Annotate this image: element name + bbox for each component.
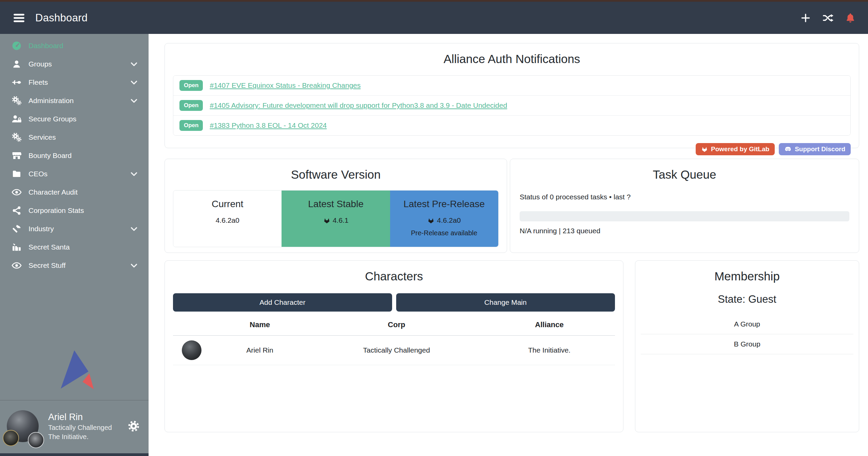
version-latest-prerelease: Latest Pre-Release 4.6.2a0 Pre-Release a… <box>390 191 498 247</box>
notification-bell-icon[interactable] <box>845 13 856 23</box>
sidebar-bottom-strip <box>0 453 149 456</box>
chevron-down-icon <box>130 224 138 233</box>
folder-icon <box>10 169 23 179</box>
sidebar-item-label: Character Audit <box>28 188 78 196</box>
notification-link[interactable]: #1405 Advisory: Future development will … <box>210 101 507 110</box>
eye-icon <box>10 187 23 197</box>
column-header-name: Name <box>210 314 309 335</box>
characters-panel: Characters Add Character Change Main Nam… <box>165 260 623 432</box>
version-current-value: 4.6.2a0 <box>216 216 239 224</box>
sidebar-item-fleets[interactable]: Fleets <box>0 73 149 92</box>
characters-table: Name Corp Alliance Ariel Rin Tactically … <box>173 314 615 365</box>
user-lock-icon <box>10 114 23 124</box>
top-navbar: Dashboard <box>0 2 868 34</box>
software-version-title: Software Version <box>165 168 507 181</box>
sidebar-item-label: Secret Santa <box>28 243 70 251</box>
character-portrait <box>182 340 201 360</box>
chevron-down-icon <box>130 78 138 87</box>
notifications-panel: Alliance Auth Notifications Open #1407 E… <box>165 43 859 148</box>
powered-by-gitlab-badge[interactable]: Powered by GitLab <box>696 143 775 155</box>
notifications-list: Open #1407 EVE Equinox Status - Breaking… <box>173 75 851 136</box>
chevron-down-icon <box>130 96 138 105</box>
sidebar-item-label: Services <box>28 133 56 141</box>
sidebar: Dashboard Groups Fleets <box>0 34 149 456</box>
characters-title: Characters <box>165 270 623 283</box>
add-character-button[interactable]: Add Character <box>173 293 392 312</box>
sidebar-item-label: CEOs <box>28 170 47 178</box>
gauge-icon <box>10 41 23 51</box>
gitlab-badge-label: Powered by GitLab <box>711 145 769 153</box>
alliance-auth-logo <box>0 275 149 400</box>
sidebar-nav: Dashboard Groups Fleets <box>0 34 149 275</box>
characters-table-header: Name Corp Alliance <box>173 314 615 336</box>
sidebar-item-industry[interactable]: Industry <box>0 220 149 238</box>
task-queue-panel: Task Queue Status of 0 processed tasks •… <box>510 159 859 253</box>
notification-row: Open #1383 Python 3.8 EOL - 14 Oct 2024 <box>173 116 850 135</box>
group-list-item: A Group <box>641 314 853 334</box>
task-queue-status: Status of 0 processed tasks • last ? <box>520 193 849 201</box>
membership-groups-list: A Group B Group <box>641 314 853 354</box>
settings-gear-icon[interactable] <box>128 420 140 432</box>
notifications-title: Alliance Auth Notifications <box>165 52 859 66</box>
notification-link[interactable]: #1407 EVE Equinox Status - Breaking Chan… <box>210 81 361 90</box>
character-alliance: The Initiative. <box>484 341 615 359</box>
user-alliance: The Initiative. <box>48 432 112 441</box>
version-current-label: Current <box>173 199 282 210</box>
prerelease-note: Pre-Release available <box>390 229 498 237</box>
page-title: Dashboard <box>35 12 88 24</box>
user-panel[interactable]: Ariel Rin Tactically Challenged The Init… <box>0 400 149 453</box>
version-stable-label: Latest Stable <box>282 199 390 210</box>
sidebar-item-label: Dashboard <box>28 42 63 50</box>
discord-badge-label: Support Discord <box>795 145 845 153</box>
shuffle-icon[interactable] <box>823 13 833 23</box>
sidebar-item-administration[interactable]: Administration <box>0 92 149 110</box>
group-list-item: B Group <box>641 334 853 354</box>
chevron-down-icon <box>130 170 138 178</box>
gitlab-tanuki-icon <box>323 217 330 224</box>
status-badge: Open <box>179 80 203 91</box>
gitlab-icon <box>701 146 708 153</box>
add-icon[interactable] <box>800 13 811 23</box>
character-corp: Tactically Challenged <box>309 341 484 359</box>
user-icon <box>10 59 23 69</box>
sidebar-item-ceos[interactable]: CEOs <box>0 165 149 183</box>
sidebar-item-label: Administration <box>28 97 74 105</box>
status-badge: Open <box>179 120 203 131</box>
main-content: Alliance Auth Notifications Open #1407 E… <box>149 34 868 456</box>
sidebar-item-services[interactable]: Services <box>0 128 149 146</box>
membership-state: State: Guest <box>635 293 859 305</box>
status-badge: Open <box>179 100 203 111</box>
menu-icon[interactable] <box>12 11 26 25</box>
notification-row: Open #1407 EVE Equinox Status - Breaking… <box>173 76 850 96</box>
membership-title: Membership <box>635 270 859 283</box>
alliance-logo <box>28 432 44 448</box>
change-main-button[interactable]: Change Main <box>396 293 615 312</box>
column-header-corp: Corp <box>309 314 484 335</box>
sidebar-item-bounty-board[interactable]: Bounty Board <box>0 146 149 165</box>
sidebar-item-corporation-stats[interactable]: Corporation Stats <box>0 201 149 220</box>
discord-icon <box>784 145 792 153</box>
cogs-icon <box>10 132 23 142</box>
software-version-panel: Software Version Current 4.6.2a0 Latest … <box>165 159 507 253</box>
sidebar-item-groups[interactable]: Groups <box>0 55 149 73</box>
column-header-alliance: Alliance <box>484 314 615 335</box>
support-discord-badge[interactable]: Support Discord <box>779 143 851 155</box>
sidebar-item-label: Groups <box>28 60 52 68</box>
sidebar-item-secure-groups[interactable]: Secure Groups <box>0 110 149 128</box>
user-name: Ariel Rin <box>48 411 112 423</box>
store-icon <box>10 151 23 161</box>
chevron-down-icon <box>130 261 138 270</box>
sidebar-item-dashboard[interactable]: Dashboard <box>0 37 149 55</box>
sidebar-item-label: Industry <box>28 225 54 233</box>
notification-link[interactable]: #1383 Python 3.8 EOL - 14 Oct 2024 <box>210 121 327 130</box>
notification-row: Open #1405 Advisory: Future development … <box>173 96 850 116</box>
version-prerelease-value: 4.6.2a0 <box>437 216 461 224</box>
hammer-icon <box>10 224 23 234</box>
sidebar-item-character-audit[interactable]: Character Audit <box>0 183 149 201</box>
sidebar-item-label: Corporation Stats <box>28 206 84 215</box>
fighter-jet-icon <box>10 77 23 87</box>
version-current: Current 4.6.2a0 <box>173 191 282 247</box>
sidebar-item-secret-stuff[interactable]: Secret Stuff <box>0 256 149 275</box>
chevron-down-icon <box>130 60 138 68</box>
sidebar-item-secret-santa[interactable]: Secret Santa <box>0 238 149 256</box>
